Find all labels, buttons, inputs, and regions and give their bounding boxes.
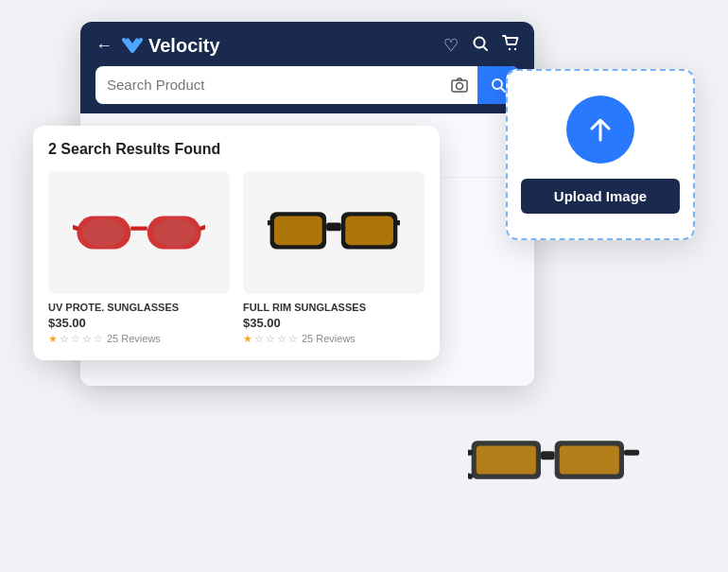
- bg-sunglasses-svg: [468, 419, 676, 532]
- star-filled-2: ★: [243, 333, 252, 345]
- logo-icon: [122, 36, 143, 55]
- svg-rect-20: [268, 219, 272, 224]
- svg-line-14: [201, 224, 205, 228]
- svg-point-5: [457, 82, 463, 89]
- svg-line-7: [501, 88, 505, 92]
- product-name-1: UV PROTE. SUNGLASSES: [48, 302, 230, 313]
- svg-point-11: [153, 218, 197, 247]
- product-name-2: FULL RIM SUNGLASSES: [243, 302, 425, 313]
- back-button[interactable]: ←: [95, 36, 113, 56]
- cart-icon[interactable]: [502, 35, 519, 57]
- app-header: ← Velocity ♡: [80, 22, 534, 113]
- red-sunglasses-svg: [73, 199, 205, 266]
- product-item-1[interactable]: UV PROTE. SUNGLASSES $35.00 ★ ☆ ☆ ☆ ☆ 25…: [48, 171, 230, 345]
- results-card: 2 Search Results Found: [33, 126, 440, 360]
- star-empty-1a: ☆: [60, 333, 69, 345]
- star-empty-2b: ☆: [266, 333, 275, 345]
- reviews-count-2: 25 Reviews: [302, 333, 355, 344]
- heart-icon[interactable]: ♡: [443, 35, 459, 56]
- svg-rect-25: [477, 445, 536, 474]
- app-nav: ← Velocity ♡: [95, 35, 519, 57]
- svg-rect-19: [326, 222, 341, 231]
- reviews-count-1: 25 Reviews: [107, 333, 161, 344]
- star-empty-2a: ☆: [254, 333, 264, 345]
- star-empty-1c: ☆: [82, 333, 92, 345]
- product-rating-2: ★ ☆ ☆ ☆ ☆ 25 Reviews: [243, 333, 425, 345]
- logo-area: Velocity: [122, 35, 220, 57]
- svg-line-13: [73, 224, 77, 228]
- svg-rect-17: [274, 216, 322, 245]
- svg-rect-26: [560, 445, 619, 474]
- product-price-2: $35.00: [243, 316, 425, 330]
- star-empty-2d: ☆: [288, 333, 298, 345]
- search-input[interactable]: [95, 77, 442, 93]
- upload-card: Upload Image: [506, 69, 695, 240]
- svg-point-3: [514, 47, 516, 49]
- star-empty-2c: ☆: [277, 333, 286, 345]
- products-grid: UV PROTE. SUNGLASSES $35.00 ★ ☆ ☆ ☆ ☆ 25…: [48, 171, 425, 345]
- upload-icon-circle: [566, 95, 634, 164]
- star-empty-1d: ☆: [94, 333, 103, 345]
- svg-point-10: [82, 218, 126, 247]
- upload-image-button[interactable]: Upload Image: [521, 179, 680, 214]
- logo-text: Velocity: [148, 35, 220, 57]
- search-bar: [95, 66, 519, 104]
- svg-rect-18: [345, 216, 393, 245]
- svg-rect-28: [468, 449, 473, 455]
- star-empty-1b: ☆: [71, 333, 80, 345]
- results-title: 2 Search Results Found: [48, 141, 425, 158]
- svg-rect-29: [624, 449, 639, 455]
- camera-button[interactable]: [442, 78, 477, 93]
- product-image-2: [243, 171, 425, 294]
- svg-point-2: [509, 47, 511, 49]
- svg-line-1: [484, 46, 488, 50]
- yellow-sunglasses-svg: [268, 199, 400, 266]
- product-image-1: [48, 171, 230, 294]
- star-filled-1: ★: [48, 333, 58, 345]
- product-item-2[interactable]: FULL RIM SUNGLASSES $35.00 ★ ☆ ☆ ☆ ☆ 25 …: [243, 171, 425, 345]
- svg-rect-21: [395, 219, 400, 224]
- nav-icons: ♡: [443, 35, 519, 57]
- product-rating-1: ★ ☆ ☆ ☆ ☆ 25 Reviews: [48, 333, 230, 345]
- product-price-1: $35.00: [48, 316, 230, 330]
- nav-left: ← Velocity: [95, 35, 220, 57]
- sunglasses-bg-decoration: [468, 419, 676, 532]
- search-icon[interactable]: [472, 35, 489, 57]
- svg-rect-27: [541, 451, 555, 459]
- upload-arrow-icon: [584, 113, 616, 146]
